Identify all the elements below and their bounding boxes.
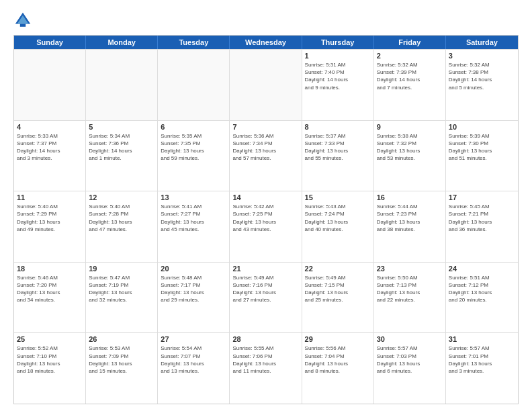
day-number: 22 [305, 265, 371, 273]
svg-rect-2 [20, 24, 26, 27]
day-info: Sunrise: 5:54 AM Sunset: 7:07 PM Dayligh… [161, 345, 226, 375]
day-cell-19: 19Sunrise: 5:47 AM Sunset: 7:19 PM Dayli… [86, 263, 158, 333]
day-cell-24: 24Sunrise: 5:51 AM Sunset: 7:12 PM Dayli… [446, 263, 518, 333]
day-number: 23 [377, 265, 443, 273]
day-info: Sunrise: 5:56 AM Sunset: 7:04 PM Dayligh… [305, 345, 371, 375]
day-info: Sunrise: 5:32 AM Sunset: 7:38 PM Dayligh… [449, 61, 515, 91]
day-info: Sunrise: 5:52 AM Sunset: 7:10 PM Dayligh… [17, 345, 83, 375]
day-number: 4 [17, 123, 83, 131]
day-info: Sunrise: 5:35 AM Sunset: 7:35 PM Dayligh… [161, 132, 226, 163]
day-number: 8 [305, 123, 371, 131]
day-info: Sunrise: 5:49 AM Sunset: 7:15 PM Dayligh… [305, 274, 371, 304]
day-info: Sunrise: 5:32 AM Sunset: 7:39 PM Dayligh… [377, 61, 443, 91]
calendar-header: SundayMondayTuesdayWednesdayThursdayFrid… [14, 36, 518, 49]
logo-icon [13, 11, 32, 30]
day-info: Sunrise: 5:50 AM Sunset: 7:13 PM Dayligh… [377, 274, 443, 304]
day-number: 28 [232, 335, 298, 343]
day-number: 15 [305, 193, 371, 201]
empty-cell [86, 50, 158, 120]
day-cell-7: 7Sunrise: 5:36 AM Sunset: 7:34 PM Daylig… [230, 121, 302, 191]
day-header-saturday: Saturday [446, 36, 518, 49]
day-info: Sunrise: 5:38 AM Sunset: 7:32 PM Dayligh… [377, 132, 443, 163]
day-cell-5: 5Sunrise: 5:34 AM Sunset: 7:36 PM Daylig… [86, 121, 158, 191]
day-info: Sunrise: 5:39 AM Sunset: 7:30 PM Dayligh… [449, 132, 515, 163]
day-cell-13: 13Sunrise: 5:41 AM Sunset: 7:27 PM Dayli… [158, 191, 230, 262]
day-cell-17: 17Sunrise: 5:45 AM Sunset: 7:21 PM Dayli… [446, 191, 518, 262]
day-cell-21: 21Sunrise: 5:49 AM Sunset: 7:16 PM Dayli… [230, 263, 302, 333]
day-info: Sunrise: 5:48 AM Sunset: 7:17 PM Dayligh… [161, 274, 226, 304]
day-info: Sunrise: 5:57 AM Sunset: 7:03 PM Dayligh… [377, 345, 443, 375]
day-cell-16: 16Sunrise: 5:44 AM Sunset: 7:23 PM Dayli… [374, 191, 446, 262]
day-number: 17 [449, 193, 515, 201]
day-cell-29: 29Sunrise: 5:56 AM Sunset: 7:04 PM Dayli… [302, 333, 374, 404]
day-number: 30 [377, 335, 443, 343]
day-info: Sunrise: 5:42 AM Sunset: 7:25 PM Dayligh… [232, 203, 298, 233]
day-info: Sunrise: 5:43 AM Sunset: 7:24 PM Dayligh… [305, 203, 371, 233]
day-info: Sunrise: 5:31 AM Sunset: 7:40 PM Dayligh… [305, 61, 371, 91]
day-cell-4: 4Sunrise: 5:33 AM Sunset: 7:37 PM Daylig… [14, 121, 86, 191]
day-info: Sunrise: 5:40 AM Sunset: 7:28 PM Dayligh… [89, 203, 154, 233]
day-cell-31: 31Sunrise: 5:57 AM Sunset: 7:01 PM Dayli… [446, 333, 518, 404]
day-info: Sunrise: 5:33 AM Sunset: 7:37 PM Dayligh… [17, 132, 83, 163]
day-cell-27: 27Sunrise: 5:54 AM Sunset: 7:07 PM Dayli… [158, 333, 230, 404]
day-cell-9: 9Sunrise: 5:38 AM Sunset: 7:32 PM Daylig… [374, 121, 446, 191]
day-header-sunday: Sunday [14, 36, 86, 49]
empty-cell [14, 50, 86, 120]
day-number: 1 [305, 52, 371, 60]
day-number: 6 [161, 123, 226, 131]
calendar-row-4: 25Sunrise: 5:52 AM Sunset: 7:10 PM Dayli… [14, 332, 518, 404]
day-number: 24 [449, 265, 515, 273]
day-number: 3 [449, 52, 515, 60]
logo [13, 11, 35, 30]
day-number: 31 [449, 335, 515, 343]
day-header-monday: Monday [86, 36, 158, 49]
day-number: 18 [17, 265, 83, 273]
day-number: 13 [161, 193, 226, 201]
day-info: Sunrise: 5:36 AM Sunset: 7:34 PM Dayligh… [232, 132, 298, 163]
day-info: Sunrise: 5:51 AM Sunset: 7:12 PM Dayligh… [449, 274, 515, 304]
day-number: 16 [377, 193, 443, 201]
calendar-row-2: 11Sunrise: 5:40 AM Sunset: 7:29 PM Dayli… [14, 191, 518, 262]
day-cell-26: 26Sunrise: 5:53 AM Sunset: 7:09 PM Dayli… [86, 333, 158, 404]
day-info: Sunrise: 5:45 AM Sunset: 7:21 PM Dayligh… [449, 203, 515, 233]
day-number: 9 [377, 123, 443, 131]
day-header-friday: Friday [374, 36, 446, 49]
calendar: SundayMondayTuesdayWednesdayThursdayFrid… [13, 35, 519, 404]
day-header-wednesday: Wednesday [230, 36, 302, 49]
empty-cell [230, 50, 302, 120]
day-cell-11: 11Sunrise: 5:40 AM Sunset: 7:29 PM Dayli… [14, 191, 86, 262]
day-cell-3: 3Sunrise: 5:32 AM Sunset: 7:38 PM Daylig… [446, 50, 518, 120]
day-number: 26 [89, 335, 154, 343]
day-cell-23: 23Sunrise: 5:50 AM Sunset: 7:13 PM Dayli… [374, 263, 446, 333]
day-number: 12 [89, 193, 154, 201]
calendar-row-3: 18Sunrise: 5:46 AM Sunset: 7:20 PM Dayli… [14, 262, 518, 333]
day-number: 29 [305, 335, 371, 343]
day-cell-14: 14Sunrise: 5:42 AM Sunset: 7:25 PM Dayli… [230, 191, 302, 262]
day-info: Sunrise: 5:53 AM Sunset: 7:09 PM Dayligh… [89, 345, 154, 375]
page-header [13, 11, 519, 30]
day-cell-15: 15Sunrise: 5:43 AM Sunset: 7:24 PM Dayli… [302, 191, 374, 262]
day-info: Sunrise: 5:41 AM Sunset: 7:27 PM Dayligh… [161, 203, 226, 233]
day-cell-2: 2Sunrise: 5:32 AM Sunset: 7:39 PM Daylig… [374, 50, 446, 120]
day-cell-1: 1Sunrise: 5:31 AM Sunset: 7:40 PM Daylig… [302, 50, 374, 120]
day-number: 25 [17, 335, 83, 343]
day-number: 7 [232, 123, 298, 131]
day-cell-30: 30Sunrise: 5:57 AM Sunset: 7:03 PM Dayli… [374, 333, 446, 404]
day-number: 11 [17, 193, 83, 201]
day-cell-28: 28Sunrise: 5:55 AM Sunset: 7:06 PM Dayli… [230, 333, 302, 404]
day-number: 14 [232, 193, 298, 201]
day-cell-10: 10Sunrise: 5:39 AM Sunset: 7:30 PM Dayli… [446, 121, 518, 191]
day-info: Sunrise: 5:34 AM Sunset: 7:36 PM Dayligh… [89, 132, 154, 163]
calendar-row-1: 4Sunrise: 5:33 AM Sunset: 7:37 PM Daylig… [14, 120, 518, 191]
day-cell-18: 18Sunrise: 5:46 AM Sunset: 7:20 PM Dayli… [14, 263, 86, 333]
day-number: 10 [449, 123, 515, 131]
day-cell-20: 20Sunrise: 5:48 AM Sunset: 7:17 PM Dayli… [158, 263, 230, 333]
day-info: Sunrise: 5:55 AM Sunset: 7:06 PM Dayligh… [232, 345, 298, 375]
day-header-tuesday: Tuesday [158, 36, 230, 49]
day-cell-6: 6Sunrise: 5:35 AM Sunset: 7:35 PM Daylig… [158, 121, 230, 191]
day-number: 27 [161, 335, 226, 343]
day-info: Sunrise: 5:57 AM Sunset: 7:01 PM Dayligh… [449, 345, 515, 375]
day-info: Sunrise: 5:40 AM Sunset: 7:29 PM Dayligh… [17, 203, 83, 233]
day-info: Sunrise: 5:37 AM Sunset: 7:33 PM Dayligh… [305, 132, 371, 163]
day-number: 20 [161, 265, 226, 273]
